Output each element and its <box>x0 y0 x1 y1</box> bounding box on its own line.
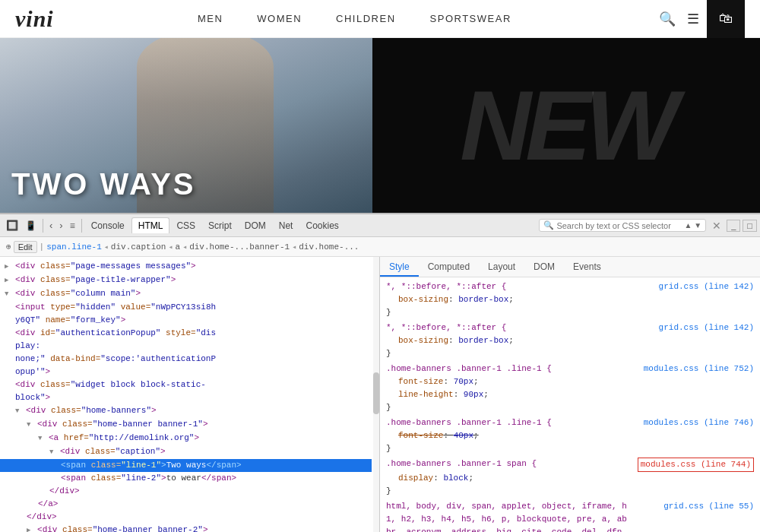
bc-arrow-3: ◂ <box>182 242 187 252</box>
tab-css[interactable]: CSS <box>170 218 201 233</box>
devtools-cursor-icon: ⊕ <box>6 242 11 252</box>
breadcrumb-div-caption[interactable]: div.caption <box>111 242 166 252</box>
devtools-main-content: ▶ <div class="page-messages messages"> ▶… <box>0 257 760 532</box>
css-panel-tabs: Style Computed Layout DOM Events <box>380 257 760 277</box>
html-line-15: </div> <box>0 511 372 524</box>
html-scrollbar-thumb <box>373 372 379 414</box>
nav-women[interactable]: WOMEN <box>257 13 302 24</box>
css-source-3[interactable]: modules.css (line 752) <box>644 363 754 375</box>
html-line-6b: block"> <box>0 391 372 404</box>
html-line-9: ▼ <a href="http://demolink.org"> <box>0 432 372 445</box>
html-line-6: <div class="widget block block-static- <box>0 378 372 391</box>
devtools-nav-back[interactable]: ‹ <box>46 218 55 233</box>
html-line-2: ▶ <div class="page-title-wrapper"> <box>0 274 372 287</box>
top-navigation: vini MEN WOMEN CHILDREN SPORTSWEAR 🔍 ☰ 🛍 <box>0 0 760 38</box>
html-panel-inner[interactable]: ▶ <div class="page-messages messages"> ▶… <box>0 257 379 532</box>
search-magnifier-icon: 🔍 <box>543 220 554 230</box>
css-rule-5: .home-banners .banner-1 span { modules.c… <box>386 458 754 498</box>
menu-icon-button[interactable]: ☰ <box>683 7 703 31</box>
css-tab-computed[interactable]: Computed <box>419 258 479 277</box>
devtools-inspect-icon[interactable]: 🔲 <box>3 218 21 233</box>
hero-right: NEW <box>372 38 760 213</box>
html-line-selected[interactable]: <span class="line-1">Two ways</span> <box>0 459 372 472</box>
search-box: 🔍 ▲ ▼ <box>539 219 706 232</box>
html-line-5d: opup'"> <box>0 366 372 378</box>
breadcrumb-div-home[interactable]: div.home-... <box>299 242 359 252</box>
edit-button[interactable]: Edit <box>14 241 37 253</box>
tab-net[interactable]: Net <box>273 218 299 233</box>
tab-html[interactable]: HTML <box>131 217 170 233</box>
breadcrumb-span-line1[interactable]: span.line-1 <box>46 242 102 252</box>
css-tab-events[interactable]: Events <box>564 258 610 277</box>
nav-sportswear[interactable]: SPORTSWEAR <box>430 13 511 24</box>
devtools-nav-fwd[interactable]: › <box>56 218 65 233</box>
bc-arrow-4: ◂ <box>292 242 296 252</box>
tab-console[interactable]: Console <box>85 218 131 233</box>
bc-arrow-1: ◂ <box>104 242 109 252</box>
css-tab-layout[interactable]: Layout <box>479 258 524 277</box>
hero-left: TWO WAYS <box>0 38 372 213</box>
html-line-8: ▼ <div class="home-banner banner-1"> <box>0 418 372 432</box>
css-rule-6: html, body, div, span, applet, object, i… <box>386 500 754 532</box>
css-source-2[interactable]: grid.css (line 142) <box>659 321 754 334</box>
breadcrumb-a[interactable]: a <box>176 242 181 252</box>
toolbar-sep-1 <box>43 219 43 233</box>
html-line-1: ▶ <div class="page-messages messages"> <box>0 260 372 274</box>
cart-icon-button[interactable]: 🛍 <box>707 0 745 38</box>
html-scrollbar-track[interactable] <box>373 257 379 532</box>
html-line-10: ▼ <div class="caption"> <box>0 445 372 459</box>
css-tab-dom[interactable]: DOM <box>524 258 564 277</box>
devtools-responsive-icon[interactable]: 📱 <box>22 219 40 233</box>
tab-cookies[interactable]: Cookies <box>299 218 344 233</box>
html-line-13: </div> <box>0 485 372 498</box>
css-panel: Style Computed Layout DOM Events *, *::b… <box>380 257 760 532</box>
html-line-5: <div id="authenticationPopup" style="dis <box>0 327 372 340</box>
search-icon-button[interactable]: 🔍 <box>655 7 679 31</box>
tab-dom[interactable]: DOM <box>239 218 272 233</box>
hero-text-right: NEW <box>460 68 672 182</box>
search-up-icon[interactable]: ▲ <box>684 221 692 230</box>
hero-text-left: TWO WAYS <box>11 167 196 201</box>
hero-section: TWO WAYS NEW <box>0 38 760 213</box>
devtools-minimize-icon[interactable]: _ <box>727 220 740 232</box>
css-source-5-red[interactable]: modules.css (line 744) <box>638 458 754 472</box>
css-rule-2: *, *::before, *::after { grid.css (line … <box>386 321 754 360</box>
html-panel: ▶ <div class="page-messages messages"> ▶… <box>0 257 380 532</box>
html-line-7: ▼ <div class="home-banners"> <box>0 404 372 418</box>
devtools-close-icon[interactable]: ✕ <box>709 218 724 233</box>
css-rule-1: *, *::before, *::after { grid.css (line … <box>386 280 754 319</box>
html-line-4: <input type="hidden" value="nWpPCY13si8h <box>0 301 372 314</box>
css-rule-4: .home-banners .banner-1 .line-1 { module… <box>386 416 754 455</box>
toolbar-sep-2 <box>81 219 82 233</box>
css-source-4[interactable]: modules.css (line 746) <box>644 416 754 429</box>
html-line-12: <span class="line-2">to wear</span> <box>0 472 372 485</box>
logo[interactable]: vini <box>15 6 54 32</box>
css-search-input[interactable] <box>556 221 682 230</box>
css-rule-3: .home-banners .banner-1 .line-1 { module… <box>386 363 754 414</box>
nav-links: MEN WOMEN CHILDREN SPORTSWEAR <box>198 13 511 24</box>
search-down-icon[interactable]: ▼ <box>694 221 701 230</box>
css-content[interactable]: *, *::before, *::after { grid.css (line … <box>380 277 760 532</box>
devtools-panel: 🔲 📱 ‹ › ≡ Console HTML CSS Script DOM Ne… <box>0 213 760 532</box>
nav-men[interactable]: MEN <box>198 13 223 24</box>
html-line-16: ▶ <div class="home-banner banner-2"> <box>0 524 372 532</box>
breadcrumb-separator-1: | <box>40 242 45 252</box>
devtools-toolbar: 🔲 📱 ‹ › ≡ Console HTML CSS Script DOM Ne… <box>0 214 760 237</box>
bc-arrow-2: ◂ <box>168 242 173 252</box>
nav-icons: 🔍 ☰ 🛍 <box>655 0 745 38</box>
breadcrumb-bar: ⊕ Edit | span.line-1 ◂ div.caption ◂ a ◂… <box>0 237 760 257</box>
html-line-5c: none;" data-bind="scope:'authenticationP <box>0 353 372 366</box>
css-source-1[interactable]: grid.css (line 142) <box>659 280 754 293</box>
html-line-3: ▼ <div class="column main"> <box>0 287 372 301</box>
nav-children[interactable]: CHILDREN <box>336 13 395 24</box>
tab-script[interactable]: Script <box>202 218 238 233</box>
html-line-5b: play: <box>0 340 372 353</box>
css-source-6[interactable]: grid.css (line 55) <box>663 500 754 513</box>
html-line-14: </a> <box>0 498 372 511</box>
css-tab-style[interactable]: Style <box>380 258 419 277</box>
html-line-4b: y6QT" name="form_key"> <box>0 314 372 327</box>
devtools-breadcrumb-icon[interactable]: ≡ <box>67 219 78 233</box>
devtools-maximize-icon[interactable]: □ <box>743 220 757 232</box>
breadcrumb-div-banner1[interactable]: div.home-...banner-1 <box>189 242 290 252</box>
